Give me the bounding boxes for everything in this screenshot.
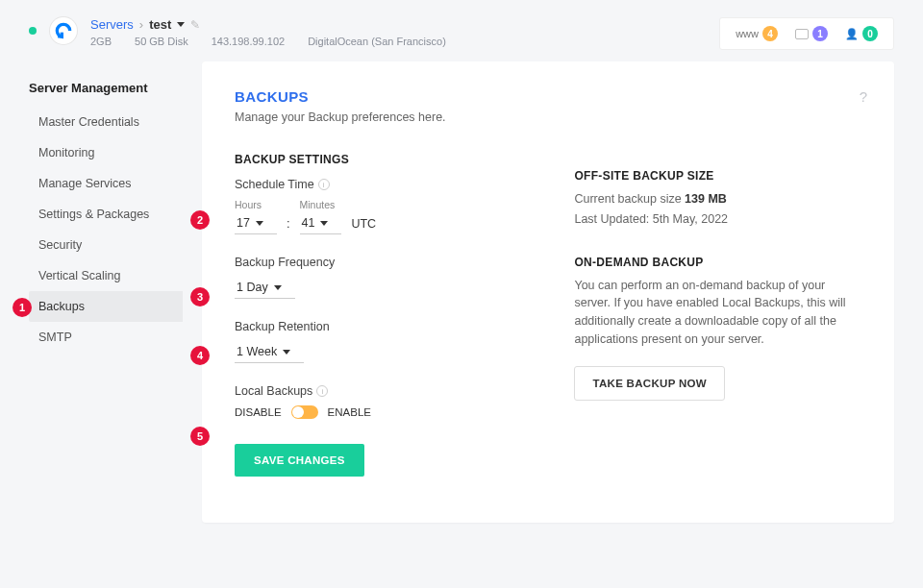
- timezone-label: UTC: [351, 217, 376, 234]
- disable-label: DISABLE: [235, 406, 282, 418]
- hours-select[interactable]: 17: [235, 212, 277, 234]
- local-backups-toggle[interactable]: [291, 405, 318, 419]
- minutes-label: Minutes: [300, 199, 342, 210]
- user-pill[interactable]: 👤 0: [845, 26, 878, 41]
- status-dot-icon: [29, 27, 37, 35]
- svg-rect-1: [58, 36, 61, 38]
- schedule-time-label: Schedule Time i: [235, 178, 536, 191]
- caret-down-icon: [256, 221, 263, 226]
- callout-4: 4: [190, 346, 210, 365]
- minutes-select[interactable]: 41: [300, 212, 342, 234]
- info-column: OFF-SITE BACKUP SIZE Current backup size…: [574, 88, 861, 496]
- callout-2: 2: [190, 210, 210, 230]
- info-icon[interactable]: i: [316, 385, 328, 397]
- size-value: 139 MB: [685, 192, 727, 206]
- sidebar-item-settings-packages[interactable]: Settings & Packages: [29, 199, 183, 230]
- breadcrumb-root[interactable]: Servers: [90, 17, 134, 32]
- sidebar-item-backups[interactable]: Backups: [29, 291, 183, 322]
- content: Server Management Master Credentials Mon…: [0, 61, 923, 546]
- sidebar-item-smtp[interactable]: SMTP: [29, 322, 183, 353]
- sidebar-item-manage-services[interactable]: Manage Services: [29, 168, 183, 199]
- inbox-icon: [795, 29, 809, 39]
- digitalocean-icon: [50, 17, 77, 44]
- server-provider: DigitalOcean (San Francisco): [308, 36, 446, 47]
- www-pill[interactable]: www 4: [736, 26, 778, 41]
- time-colon: :: [287, 216, 290, 234]
- frequency-label: Backup Frequency: [235, 256, 536, 269]
- page-title: BACKUPS: [235, 88, 536, 105]
- server-ip: 143.198.99.102: [212, 36, 285, 47]
- save-changes-button[interactable]: SAVE CHANGES: [235, 444, 364, 477]
- sidebar-item-monitoring[interactable]: Monitoring: [29, 137, 183, 168]
- sidebar-item-master-credentials[interactable]: Master Credentials: [29, 107, 183, 137]
- enable-label: ENABLE: [328, 406, 371, 418]
- local-backups-label: Local Backups i: [235, 384, 536, 398]
- minutes-value: 41: [302, 216, 315, 230]
- retention-label: Backup Retention: [235, 320, 536, 333]
- offsite-size-line: Current backup size 139 MB: [574, 190, 861, 208]
- frequency-value: 1 Day: [237, 281, 268, 294]
- breadcrumb-block: Servers › test ✎ 2GB 50 GB Disk 143.198.…: [90, 17, 446, 47]
- callout-5: 5: [190, 427, 210, 446]
- page-subtitle: Manage your Backup preferences here.: [235, 110, 536, 124]
- ondemand-text: You can perform an on-demand backup of y…: [574, 277, 861, 349]
- time-row: Hours 17 : Minutes 41 UTC: [235, 199, 536, 234]
- chevron-right-icon: ›: [139, 17, 143, 32]
- caret-down-icon: [283, 350, 290, 355]
- retention-select[interactable]: 1 Week: [235, 341, 304, 363]
- www-badge: 4: [762, 26, 778, 41]
- hours-value: 17: [237, 216, 250, 230]
- callout-3: 3: [190, 287, 210, 306]
- help-icon[interactable]: ?: [860, 88, 867, 105]
- server-ram: 2GB: [90, 36, 112, 47]
- local-backups-block: Local Backups i DISABLE ENABLE: [235, 384, 536, 419]
- hours-label: Hours: [235, 199, 277, 210]
- inbox-badge: 1: [812, 26, 828, 41]
- toggle-row: DISABLE ENABLE: [235, 405, 536, 419]
- svg-rect-0: [61, 33, 63, 36]
- last-updated: Last Updated: 5th May, 2022: [574, 210, 861, 229]
- user-badge: 0: [862, 26, 878, 41]
- size-prefix: Current backup size: [574, 192, 685, 206]
- pencil-icon[interactable]: ✎: [190, 18, 200, 32]
- server-meta: 2GB 50 GB Disk 143.198.99.102 DigitalOce…: [90, 36, 446, 47]
- caret-down-icon: [320, 221, 328, 226]
- header-left: Servers › test ✎ 2GB 50 GB Disk 143.198.…: [29, 17, 446, 47]
- www-label: www: [736, 28, 759, 39]
- user-icon: 👤: [845, 28, 859, 40]
- backup-settings-heading: BACKUP SETTINGS: [235, 153, 536, 166]
- caret-down-icon: [274, 285, 282, 290]
- take-backup-button[interactable]: TAKE BACKUP NOW: [574, 366, 724, 401]
- retention-value: 1 Week: [237, 345, 277, 358]
- breadcrumb: Servers › test ✎: [90, 17, 446, 32]
- offsite-size-heading: OFF-SITE BACKUP SIZE: [574, 169, 861, 183]
- schedule-time-label-text: Schedule Time: [235, 178, 314, 191]
- frequency-block: Backup Frequency 1 Day: [235, 256, 536, 299]
- header-bar: Servers › test ✎ 2GB 50 GB Disk 143.198.…: [0, 0, 923, 61]
- callout-1: 1: [12, 298, 32, 317]
- breadcrumb-current[interactable]: test: [149, 17, 171, 32]
- sidebar-item-security[interactable]: Security: [29, 230, 183, 260]
- local-backups-label-text: Local Backups: [235, 384, 312, 398]
- inbox-pill[interactable]: 1: [795, 26, 828, 41]
- frequency-select[interactable]: 1 Day: [235, 277, 295, 299]
- info-icon[interactable]: i: [318, 179, 330, 190]
- sidebar-title: Server Management: [29, 81, 183, 95]
- retention-block: Backup Retention 1 Week: [235, 320, 536, 363]
- sidebar-item-vertical-scaling[interactable]: Vertical Scaling: [29, 260, 183, 291]
- caret-down-icon[interactable]: [177, 22, 185, 27]
- schedule-time-block: Schedule Time i Hours 17 : Minutes: [235, 178, 536, 234]
- header-pills: www 4 1 👤 0: [719, 17, 894, 50]
- server-disk: 50 GB Disk: [135, 36, 188, 47]
- settings-column: BACKUPS Manage your Backup preferences h…: [235, 88, 536, 496]
- ondemand-heading: ON-DEMAND BACKUP: [574, 256, 861, 269]
- main-panel: ? BACKUPS Manage your Backup preferences…: [202, 61, 894, 523]
